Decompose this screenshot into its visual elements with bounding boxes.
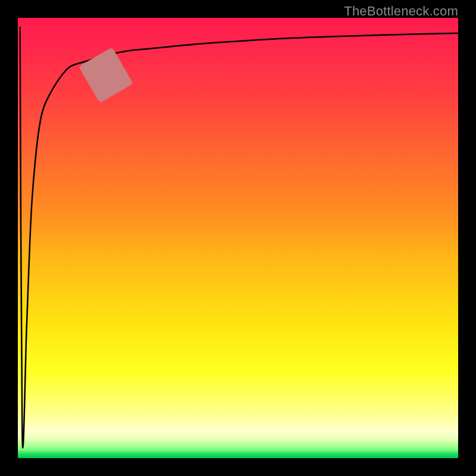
watermark-text: TheBottleneck.com — [344, 4, 458, 19]
chart-area — [18, 18, 458, 458]
gradient-background — [18, 18, 458, 458]
